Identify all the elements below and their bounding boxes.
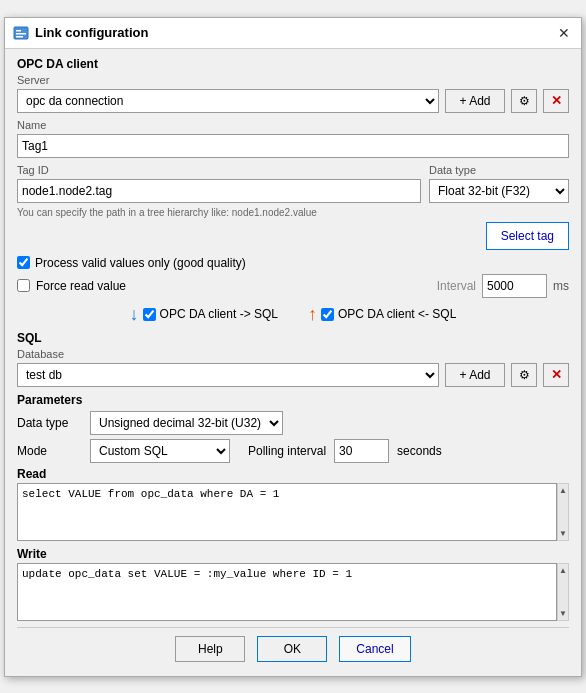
- params-datatype-select[interactable]: Unsigned decimal 32-bit (U32): [90, 411, 283, 435]
- write-textarea[interactable]: update opc_data set VALUE = :my_value wh…: [17, 563, 557, 621]
- seconds-label: seconds: [397, 444, 442, 458]
- server-select[interactable]: opc da connection: [17, 89, 439, 113]
- sql-gear-button[interactable]: ⚙: [511, 363, 537, 387]
- opc-add-button[interactable]: + Add: [445, 89, 505, 113]
- opc-to-sql-label: OPC DA client -> SQL: [160, 307, 278, 321]
- read-textarea-wrap: select VALUE from opc_data where DA = 1 …: [17, 483, 569, 541]
- force-read-row: Force read value Interval ms: [17, 274, 569, 298]
- datatype-col: Data type Float 32-bit (F32): [429, 164, 569, 203]
- remove-icon: ✕: [551, 93, 562, 108]
- write-scroll-up-icon[interactable]: ▲: [559, 566, 567, 575]
- tagid-label: Tag ID: [17, 164, 421, 176]
- force-read-checkbox[interactable]: [17, 279, 30, 292]
- force-read-label: Force read value: [36, 279, 126, 293]
- svg-rect-1: [16, 30, 21, 32]
- link-configuration-dialog: Link configuration ✕ OPC DA client Serve…: [4, 17, 582, 677]
- write-label: Write: [17, 547, 569, 561]
- data-type-row: Data type Unsigned decimal 32-bit (U32): [17, 411, 569, 435]
- read-scroll-up-icon[interactable]: ▲: [559, 486, 567, 495]
- tagid-input[interactable]: [17, 179, 421, 203]
- arrow-row: ↓ OPC DA client -> SQL ↑ OPC DA client <…: [17, 304, 569, 325]
- name-input[interactable]: [17, 134, 569, 158]
- mode-select[interactable]: Custom SQL: [90, 439, 230, 463]
- parameters-label: Parameters: [17, 393, 569, 407]
- read-scrollbar[interactable]: ▲ ▼: [557, 483, 569, 541]
- sql-section: SQL Database test db + Add ⚙ ✕: [17, 331, 569, 387]
- read-scroll-down-icon[interactable]: ▼: [559, 529, 567, 538]
- sql-add-label: + Add: [459, 368, 490, 382]
- close-button[interactable]: ✕: [555, 24, 573, 42]
- write-scroll-down-icon[interactable]: ▼: [559, 609, 567, 618]
- polling-label: Polling interval: [248, 444, 326, 458]
- tagid-hint: You can specify the path in a tree hiera…: [17, 207, 569, 218]
- interval-input[interactable]: [482, 274, 547, 298]
- dialog-body: OPC DA client Server opc da connection +…: [5, 49, 581, 676]
- sql-label: SQL: [17, 331, 569, 345]
- read-section: Read select VALUE from opc_data where DA…: [17, 467, 569, 541]
- process-valid-row: Process valid values only (good quality): [17, 256, 569, 270]
- sql-to-opc-label: OPC DA client <- SQL: [338, 307, 456, 321]
- sql-to-opc-checkbox[interactable]: [321, 308, 334, 321]
- mode-row: Mode Custom SQL Polling interval seconds: [17, 439, 569, 463]
- dialog-title: Link configuration: [35, 25, 148, 40]
- write-section: Write update opc_data set VALUE = :my_va…: [17, 547, 569, 621]
- name-section: Name: [17, 119, 569, 158]
- opc-gear-button[interactable]: ⚙: [511, 89, 537, 113]
- server-label: Server: [17, 74, 569, 86]
- params-datatype-label: Data type: [17, 416, 82, 430]
- database-select[interactable]: test db: [17, 363, 439, 387]
- read-textarea[interactable]: select VALUE from opc_data where DA = 1: [17, 483, 557, 541]
- sql-remove-icon: ✕: [551, 367, 562, 382]
- datatype-select[interactable]: Float 32-bit (F32): [429, 179, 569, 203]
- checkboxes-section: Process valid values only (good quality)…: [17, 256, 569, 298]
- arrow-up-icon: ↑: [308, 304, 317, 325]
- sql-remove-button[interactable]: ✕: [543, 363, 569, 387]
- select-tag-button[interactable]: Select tag: [486, 222, 569, 250]
- cancel-button[interactable]: Cancel: [339, 636, 410, 662]
- sql-to-opc-item: ↑ OPC DA client <- SQL: [308, 304, 456, 325]
- tagid-col: Tag ID: [17, 164, 421, 203]
- title-bar: Link configuration ✕: [5, 18, 581, 49]
- opc-da-client-label: OPC DA client: [17, 57, 569, 71]
- ok-button[interactable]: OK: [257, 636, 327, 662]
- read-label: Read: [17, 467, 569, 481]
- ms-label: ms: [553, 279, 569, 293]
- interval-label: Interval: [437, 279, 476, 293]
- arrow-down-icon: ↓: [130, 304, 139, 325]
- title-left: Link configuration: [13, 25, 148, 41]
- help-button[interactable]: Help: [175, 636, 245, 662]
- write-textarea-wrap: update opc_data set VALUE = :my_value wh…: [17, 563, 569, 621]
- opc-add-label: + Add: [459, 94, 490, 108]
- polling-input[interactable]: [334, 439, 389, 463]
- sql-gear-icon: ⚙: [519, 368, 530, 382]
- svg-rect-3: [16, 36, 23, 38]
- database-label: Database: [17, 348, 569, 360]
- sql-add-button[interactable]: + Add: [445, 363, 505, 387]
- opc-remove-button[interactable]: ✕: [543, 89, 569, 113]
- process-valid-checkbox[interactable]: [17, 256, 30, 269]
- footer-row: Help OK Cancel: [17, 627, 569, 668]
- tagid-row: Tag ID Data type Float 32-bit (F32): [17, 164, 569, 203]
- gear-icon: ⚙: [519, 94, 530, 108]
- opc-to-sql-item: ↓ OPC DA client -> SQL: [130, 304, 278, 325]
- tag-id-section: Tag ID Data type Float 32-bit (F32) You …: [17, 164, 569, 250]
- process-valid-label: Process valid values only (good quality): [35, 256, 246, 270]
- database-row: test db + Add ⚙ ✕: [17, 363, 569, 387]
- svg-rect-2: [16, 33, 26, 35]
- server-row: opc da connection + Add ⚙ ✕: [17, 89, 569, 113]
- name-label: Name: [17, 119, 569, 131]
- opc-da-client-section: OPC DA client Server opc da connection +…: [17, 57, 569, 113]
- opc-to-sql-checkbox[interactable]: [143, 308, 156, 321]
- datatype-label: Data type: [429, 164, 569, 176]
- parameters-section: Parameters Data type Unsigned decimal 32…: [17, 393, 569, 463]
- dialog-icon: [13, 25, 29, 41]
- mode-label: Mode: [17, 444, 82, 458]
- write-scrollbar[interactable]: ▲ ▼: [557, 563, 569, 621]
